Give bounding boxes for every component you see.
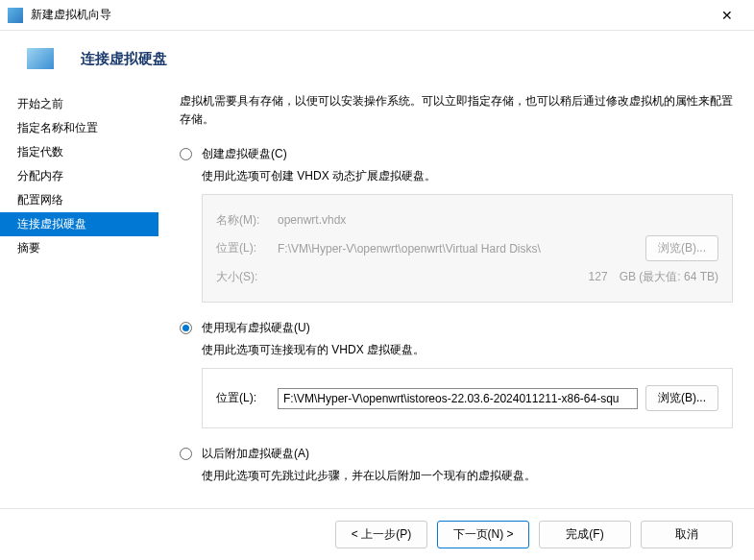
step-summary[interactable]: 摘要 xyxy=(0,236,158,260)
create-location-value: F:\VM\Hyper-V\openwrt\openwrt\Virtual Ha… xyxy=(278,240,638,257)
option-create-disk[interactable]: 创建虚拟硬盘(C) xyxy=(180,146,733,162)
use-location-input[interactable] xyxy=(278,388,638,409)
close-icon[interactable]: ✕ xyxy=(708,8,746,23)
step-name-location[interactable]: 指定名称和位置 xyxy=(0,116,158,140)
step-generation[interactable]: 指定代数 xyxy=(0,140,158,164)
page-header: 连接虚拟硬盘 xyxy=(0,31,754,86)
use-browse-button[interactable]: 浏览(B)... xyxy=(645,385,718,411)
step-before-begin[interactable]: 开始之前 xyxy=(0,92,158,116)
previous-button[interactable]: < 上一步(P) xyxy=(335,521,427,548)
content: 虚拟机需要具有存储，以便可以安装操作系统。可以立即指定存储，也可以稍后通过修改虚… xyxy=(158,86,754,508)
next-button[interactable]: 下一页(N) > xyxy=(437,521,529,548)
titlebar: 新建虚拟机向导 ✕ xyxy=(0,0,754,31)
radio-create[interactable] xyxy=(180,148,192,160)
use-location-label: 位置(L): xyxy=(216,390,270,406)
option-use-label: 使用现有虚拟硬盘(U) xyxy=(202,320,310,336)
intro-text: 虚拟机需要具有存储，以便可以安装操作系统。可以立即指定存储，也可以稍后通过修改虚… xyxy=(180,92,733,129)
create-name-value: openwrt.vhdx xyxy=(278,211,718,229)
option-create-label: 创建虚拟硬盘(C) xyxy=(202,146,287,162)
page-title: 连接虚拟硬盘 xyxy=(81,50,167,68)
create-name-label: 名称(M): xyxy=(216,212,270,229)
option-use-desc: 使用此选项可连接现有的 VHDX 虚拟硬盘。 xyxy=(202,342,733,358)
app-icon xyxy=(8,8,23,23)
option-use-existing[interactable]: 使用现有虚拟硬盘(U) xyxy=(180,320,733,336)
option-later-label: 以后附加虚拟硬盘(A) xyxy=(202,446,309,462)
wizard-steps: 开始之前 指定名称和位置 指定代数 分配内存 配置网络 连接虚拟硬盘 摘要 xyxy=(0,86,158,508)
create-size-unit: GB (最大值: 64 TB) xyxy=(620,269,718,285)
step-memory[interactable]: 分配内存 xyxy=(0,164,158,188)
create-location-label: 位置(L): xyxy=(216,240,270,256)
use-fields: 位置(L): 浏览(B)... xyxy=(202,368,733,428)
create-size-value: 127 xyxy=(278,268,608,285)
cancel-button[interactable]: 取消 xyxy=(641,521,733,548)
step-virtual-disk[interactable]: 连接虚拟硬盘 xyxy=(0,212,158,236)
body: 开始之前 指定名称和位置 指定代数 分配内存 配置网络 连接虚拟硬盘 摘要 虚拟… xyxy=(0,86,754,508)
option-later-desc: 使用此选项可先跳过此步骤，并在以后附加一个现有的虚拟硬盘。 xyxy=(202,468,733,484)
create-fields: 名称(M): openwrt.vhdx 位置(L): F:\VM\Hyper-V… xyxy=(202,194,733,303)
create-size-label: 大小(S): xyxy=(216,269,270,285)
radio-use-existing[interactable] xyxy=(180,322,192,334)
step-network[interactable]: 配置网络 xyxy=(0,188,158,212)
window-title: 新建虚拟机向导 xyxy=(31,7,708,23)
header-icon xyxy=(27,48,54,69)
option-attach-later[interactable]: 以后附加虚拟硬盘(A) xyxy=(180,446,733,462)
create-browse-button: 浏览(B)... xyxy=(645,235,718,261)
footer: < 上一步(P) 下一页(N) > 完成(F) 取消 xyxy=(0,508,754,560)
option-create-desc: 使用此选项可创建 VHDX 动态扩展虚拟硬盘。 xyxy=(202,168,733,184)
finish-button[interactable]: 完成(F) xyxy=(539,521,631,548)
radio-later[interactable] xyxy=(180,448,192,460)
